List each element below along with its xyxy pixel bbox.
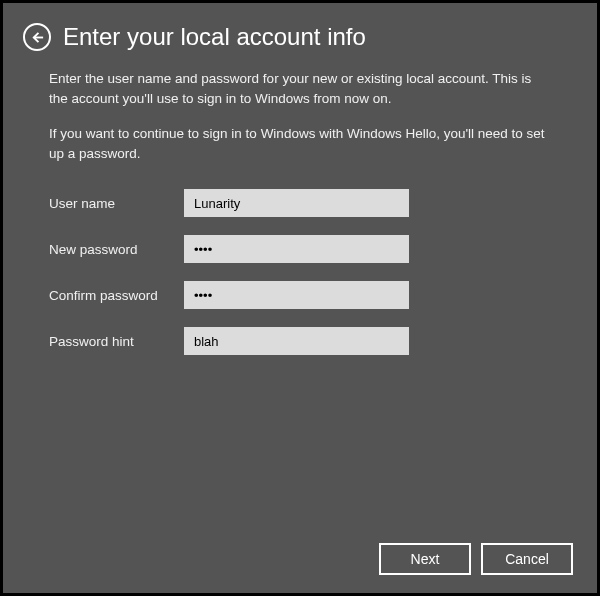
back-button[interactable] [23,23,51,51]
confirm-password-label: Confirm password [49,288,184,303]
body: Enter the user name and password for you… [3,61,597,373]
description-text-1: Enter the user name and password for you… [49,69,551,108]
username-input[interactable] [184,189,409,217]
new-password-row: New password [49,235,551,263]
username-label: User name [49,196,184,211]
new-password-label: New password [49,242,184,257]
account-form: User name New password Confirm password … [49,189,551,355]
username-row: User name [49,189,551,217]
password-hint-input[interactable] [184,327,409,355]
footer-buttons: Next Cancel [379,543,573,575]
next-button[interactable]: Next [379,543,471,575]
confirm-password-input[interactable] [184,281,409,309]
back-arrow-icon [30,30,45,45]
description-text-2: If you want to continue to sign in to Wi… [49,124,551,163]
password-hint-label: Password hint [49,334,184,349]
confirm-password-row: Confirm password [49,281,551,309]
password-hint-row: Password hint [49,327,551,355]
cancel-button[interactable]: Cancel [481,543,573,575]
page-title: Enter your local account info [63,23,366,51]
new-password-input[interactable] [184,235,409,263]
header: Enter your local account info [3,3,597,61]
local-account-dialog: Enter your local account info Enter the … [3,3,597,593]
